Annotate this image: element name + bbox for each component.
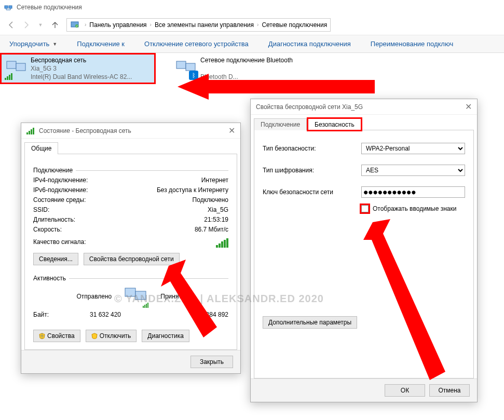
control-panel-icon	[70, 20, 79, 30]
tab-general[interactable]: Общие	[24, 142, 58, 154]
encryption-type-label: Тип шифрования:	[263, 167, 361, 174]
annotation-arrow	[178, 74, 375, 100]
breadcrumb-item[interactable]: Панель управления	[89, 21, 146, 29]
advanced-settings-button[interactable]: Дополнительные параметры	[263, 316, 357, 329]
breadcrumb-item[interactable]: Сетевые подключения	[262, 21, 327, 29]
svg-rect-0	[5, 6, 8, 8]
security-key-field[interactable]: ●●●●●●●●●●●	[361, 186, 465, 198]
connection-name: Беспроводная сеть	[31, 56, 132, 64]
svg-rect-16	[26, 132, 28, 134]
security-type-label: Тип безопасности:	[263, 145, 361, 152]
up-button[interactable]	[49, 19, 61, 31]
connection-ssid: Xia_5G 3	[31, 64, 132, 73]
svg-rect-12	[11, 73, 12, 80]
shield-icon	[91, 333, 98, 339]
svg-rect-8	[16, 63, 25, 71]
recent-dropdown[interactable]: ▼	[34, 19, 47, 31]
svg-rect-21	[219, 243, 221, 248]
svg-rect-1	[9, 6, 12, 8]
show-characters-checkbox[interactable]	[361, 205, 369, 212]
annotation-arrow	[363, 218, 452, 389]
status-tabs: Общие	[24, 142, 237, 154]
svg-rect-28	[144, 305, 145, 308]
disable-device-button[interactable]: Отключение сетевого устройства	[144, 40, 249, 48]
annotation-arrow	[161, 260, 223, 348]
connection-adapter: Intel(R) Dual Band Wireless-AC 82...	[31, 73, 132, 81]
ipv4-label: IPv4-подключение:	[33, 177, 88, 184]
chevron-right-icon: ›	[85, 22, 86, 28]
tab-security[interactable]: Безопасность	[308, 118, 361, 130]
breadcrumb-item[interactable]: Все элементы панели управления	[155, 21, 254, 29]
details-button[interactable]: Сведения...	[33, 253, 78, 265]
media-value: Подключено	[193, 196, 228, 204]
svg-rect-14	[186, 63, 195, 71]
back-button[interactable]	[5, 19, 18, 31]
security-type-select[interactable]: WPA2-Personal	[361, 143, 465, 154]
close-button[interactable]: ✕	[465, 102, 472, 112]
bytes-sent: 31 632 420	[64, 311, 146, 318]
duration-label: Длительность:	[33, 216, 75, 223]
section-connection: Подключение	[33, 167, 76, 174]
diagnose-button[interactable]: Диагностика подключения	[268, 40, 351, 48]
disable-button[interactable]: Отключить	[86, 330, 137, 342]
show-characters-label: Отображать вводимые знаки	[373, 205, 456, 212]
rename-button[interactable]: Переименование подключ	[371, 40, 453, 48]
ipv6-label: IPv6-подключение:	[33, 186, 88, 194]
ipv6-value: Без доступа к Интернету	[157, 186, 228, 194]
disable-label: Отключение сетевого устройства	[144, 40, 249, 48]
wireless-adapter-icon	[5, 57, 28, 80]
svg-rect-22	[221, 241, 223, 248]
svg-rect-10	[7, 76, 8, 80]
ssid-label: SSID:	[33, 206, 49, 213]
section-activity: Активность	[33, 275, 69, 282]
network-icon	[4, 3, 12, 11]
properties-button[interactable]: Свойства	[33, 330, 80, 342]
svg-marker-31	[161, 260, 217, 337]
svg-rect-17	[29, 131, 30, 134]
disable-label: Отключить	[100, 332, 131, 340]
diagnose-label: Диагностика подключения	[268, 40, 351, 48]
security-key-label: Ключ безопасности сети	[263, 188, 361, 196]
connection-wireless[interactable]: Беспроводная сеть Xia_5G 3 Intel(R) Dual…	[0, 53, 156, 84]
ipv4-value: Интернет	[201, 177, 228, 184]
organize-menu[interactable]: Упорядочить▼	[9, 40, 57, 48]
connection-name: Сетевое подключение Bluetooth	[200, 56, 293, 64]
svg-rect-24	[226, 238, 228, 248]
window-titlebar: Сетевые подключения	[0, 0, 504, 15]
svg-marker-15	[178, 74, 375, 100]
window-title: Сетевые подключения	[17, 4, 82, 11]
tab-connection[interactable]: Подключение	[254, 118, 307, 130]
command-toolbar: Упорядочить▼ Подключение к Отключение се…	[0, 35, 504, 53]
svg-marker-32	[363, 219, 445, 380]
ssid-value: Xia_5G	[208, 206, 228, 213]
close-button[interactable]: ✕	[228, 126, 235, 136]
svg-rect-20	[216, 245, 218, 248]
connect-to-button[interactable]: Подключение к	[77, 40, 125, 48]
media-label: Состояние среды:	[33, 196, 86, 204]
svg-rect-19	[33, 128, 34, 134]
props-tabs: Подключение Безопасность	[254, 118, 474, 130]
props-window-titlebar[interactable]: Свойства беспроводной сети Xia_5G ✕	[251, 99, 477, 115]
sent-label: Отправлено	[77, 293, 112, 300]
close-button[interactable]: Закрыть	[190, 356, 233, 368]
signal-icon	[26, 127, 35, 134]
address-bar: ▼ › Панель управления › Все элементы пан…	[0, 15, 504, 35]
chevron-down-icon: ▼	[52, 42, 57, 47]
status-window-titlebar[interactable]: Состояние - Беспроводная сеть ✕	[21, 123, 240, 139]
signal-bars-icon	[216, 238, 228, 248]
svg-rect-13	[176, 61, 186, 69]
connect-label: Подключение к	[77, 40, 125, 48]
svg-rect-27	[143, 306, 144, 308]
speed-label: Скорость:	[33, 226, 62, 233]
encryption-type-select[interactable]: AES	[361, 165, 465, 176]
forward-button[interactable]	[20, 19, 32, 31]
rename-label: Переименование подключ	[371, 40, 453, 48]
props-window-title: Свойства беспроводной сети Xia_5G	[256, 103, 363, 111]
svg-rect-11	[9, 75, 10, 80]
shield-icon	[39, 333, 45, 339]
status-window-title: Состояние - Беспроводная сеть	[39, 127, 131, 134]
organize-label: Упорядочить	[9, 40, 49, 48]
svg-rect-9	[5, 78, 6, 80]
path-box[interactable]: › Панель управления › Все элементы панел…	[66, 18, 331, 32]
chevron-right-icon: ›	[257, 22, 258, 28]
